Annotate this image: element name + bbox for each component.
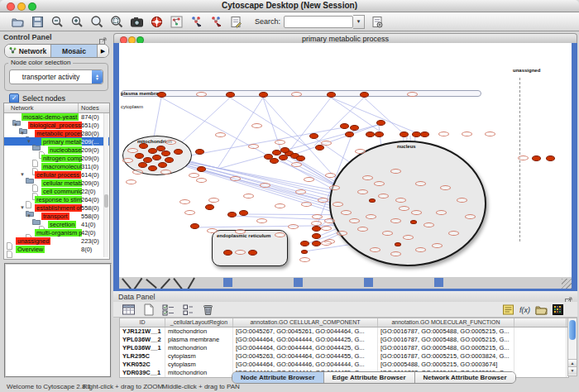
tree-row-unassigned[interactable]: unassigned223(0) (4, 237, 109, 245)
tree-row-cellular-process[interactable]: ▼cellular process614(0) (4, 170, 109, 179)
network-node[interactable] (300, 241, 309, 246)
tree-scrollbar[interactable] (103, 113, 108, 257)
network-node[interactable] (312, 226, 321, 232)
disclosure-triangle[interactable]: ▼ (20, 205, 25, 210)
network-node[interactable] (148, 165, 157, 171)
disclosure-triangle[interactable]: ▼ (26, 139, 31, 144)
tree-row-cellular-metabo[interactable]: cellular metabo209(0) (4, 179, 109, 187)
network-node[interactable] (152, 155, 161, 160)
resize-grip[interactable] (562, 279, 572, 289)
network-node[interactable] (301, 250, 308, 254)
network-node[interactable] (270, 158, 279, 164)
tree-row-nitrogen-compo[interactable]: nitrogen compo209(0) (4, 154, 109, 162)
network-node[interactable] (195, 149, 204, 155)
column-header-0[interactable]: ID (120, 318, 165, 327)
network-node[interactable] (227, 212, 237, 218)
help-icon[interactable] (149, 14, 164, 29)
new-network-view-icon[interactable] (189, 14, 203, 29)
disclosure-triangle[interactable]: ▼ (26, 213, 31, 218)
attribute-matrix-icon[interactable] (549, 302, 566, 317)
table-row[interactable]: YPL036W__1mitochondrion[GO:0044464, GO:0… (120, 344, 568, 352)
column-header-3[interactable]: annotation.GO MOLECULAR_FUNCTION (378, 318, 514, 327)
network-node[interactable] (376, 120, 385, 126)
camera-snapshot-icon[interactable] (129, 14, 144, 29)
tree-row-multi-organism-pro[interactable]: multi-organism pro42(0) (4, 228, 109, 237)
tree-row-overview[interactable]: Overview8(0) (4, 245, 109, 253)
attribute-table-icon[interactable] (120, 302, 136, 317)
network-node[interactable] (226, 92, 235, 98)
zoom-out-icon[interactable] (50, 14, 65, 29)
network-node[interactable] (395, 242, 401, 246)
network-node[interactable] (315, 145, 324, 151)
delete-attribute-icon[interactable] (199, 302, 216, 317)
destroy-network-view-icon[interactable] (208, 14, 223, 29)
tab-mosaic[interactable]: Mosaic (51, 45, 98, 57)
select-attributes-icon[interactable] (160, 302, 176, 317)
save-icon[interactable] (30, 14, 45, 29)
network-node[interactable] (312, 233, 321, 239)
zoom-fit-icon[interactable] (89, 14, 104, 29)
tree-row-transport[interactable]: ▼transport558(0) (4, 212, 109, 220)
network-node[interactable] (312, 241, 321, 246)
column-header-1[interactable]: _cellularLayoutRegion (165, 318, 233, 327)
network-node[interactable] (369, 198, 376, 203)
node-color-combobox[interactable]: transporter activity ▲▼ (9, 69, 103, 84)
tree-row-establishment-of-lo[interactable]: ▼establishment of lo558(0) (4, 203, 109, 212)
region-nucleus[interactable] (329, 141, 486, 266)
zoom-in-icon[interactable] (69, 14, 84, 29)
network-node[interactable] (309, 133, 318, 139)
disclosure-triangle[interactable]: ▼ (20, 131, 25, 136)
new-attribute-icon[interactable] (140, 302, 156, 317)
tree-row-secretion[interactable]: secretion41(0) (4, 220, 109, 228)
table-row[interactable]: YJR121W__1mitochondrion[GO:0045267, GO:0… (120, 327, 568, 336)
network-node[interactable] (190, 223, 199, 229)
network-node[interactable] (410, 220, 417, 224)
tab-overflow-arrow[interactable]: ▶ (98, 45, 108, 57)
scrollbar-thumb[interactable] (569, 320, 576, 340)
network-node[interactable] (157, 92, 166, 98)
network-window-titlebar[interactable]: primary metabolic process (113, 33, 577, 43)
attribute-table[interactable]: ID_cellularLayoutRegionannotation.GO CEL… (119, 318, 569, 378)
network-node[interactable] (340, 123, 349, 129)
network-node[interactable] (205, 204, 214, 210)
network-node[interactable] (135, 153, 144, 159)
search-input[interactable] (284, 16, 353, 28)
network-node[interactable] (532, 155, 541, 161)
network-node[interactable] (161, 151, 170, 156)
birdseye-view-panel[interactable] (4, 263, 112, 378)
network-node[interactable] (139, 143, 148, 149)
annotation-icon[interactable] (228, 14, 243, 29)
network-node[interactable] (345, 131, 354, 137)
tree-row-cell-communicat[interactable]: cell communicat22(0) (4, 187, 109, 195)
tree-row-mosaic-demo-yeast[interactable]: mosaic-demo-yeast874(0) (4, 112, 109, 121)
tree-row-macromolecule[interactable]: macromolecule311(0) (4, 162, 109, 170)
search-dropdown-arrow[interactable]: ▼ (353, 15, 365, 29)
scroll-down-button[interactable]: ▼ (568, 366, 577, 375)
tree-row-primary-metabol[interactable]: ▼primary metabol209(... (4, 137, 109, 146)
network-node[interactable] (366, 131, 375, 137)
tree-row-response-to-stimul[interactable]: response to stimul264(0) (4, 195, 109, 203)
network-node[interactable] (280, 147, 290, 153)
network-node[interactable] (223, 250, 232, 256)
tab-network[interactable]: Network (5, 45, 51, 57)
network-node[interactable] (546, 155, 555, 161)
column-header-2[interactable]: annotation.GO CELLULAR_COMPONENT (233, 318, 378, 327)
network-node[interactable] (296, 155, 305, 161)
network-node[interactable] (400, 131, 409, 137)
network-node[interactable] (174, 149, 183, 155)
import-attributes-icon[interactable] (533, 302, 549, 317)
table-row[interactable]: YKR052Ccytoplasm[GO:0044464, GO:0044446,… (120, 361, 568, 369)
tree-row-metabolic-process[interactable]: ▼metabolic process280(0) (4, 129, 109, 137)
table-row[interactable]: YPL036W__2plasma membrane[GO:0044464, GO… (120, 336, 568, 344)
network-node[interactable] (327, 92, 336, 98)
attribute-editor-icon[interactable] (500, 302, 516, 317)
network-node[interactable] (259, 92, 268, 98)
open-icon[interactable] (10, 14, 25, 29)
column-header-4[interactable] (514, 318, 567, 327)
tree-row-biological-process[interactable]: ▼biological_process651(0) (4, 121, 109, 129)
search-options-icon[interactable] (370, 14, 385, 29)
table-scrollbar[interactable]: ▲ ▼ (567, 318, 577, 376)
zoom-region-icon[interactable] (109, 14, 124, 29)
disclosure-triangle[interactable]: ▼ (20, 172, 25, 177)
network-node[interactable] (350, 125, 359, 131)
